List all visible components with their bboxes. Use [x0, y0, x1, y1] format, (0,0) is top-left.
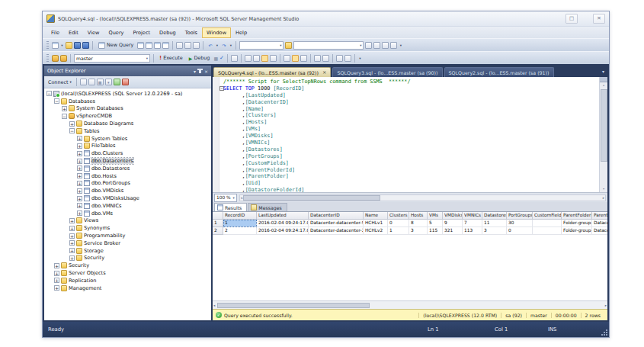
find-folder-icon[interactable]	[285, 42, 292, 49]
grid-cell[interactable]: 2016-02-04 09:24:17.000	[257, 227, 309, 235]
standard-toolbar-combo-1[interactable]: ▾	[239, 41, 284, 50]
tree-item[interactable]: +Service Broker	[44, 239, 211, 247]
tree-item[interactable]: +Management	[44, 284, 211, 292]
actual-plan-icon[interactable]	[261, 55, 268, 62]
tab-results[interactable]: Results	[214, 203, 247, 211]
maximize-button[interactable]: □	[566, 14, 578, 24]
change-connection-icon[interactable]	[60, 55, 67, 62]
expand-icon[interactable]: +	[69, 233, 75, 239]
scrollbar-thumb[interactable]	[601, 89, 607, 162]
properties-window-icon[interactable]	[390, 42, 397, 49]
scrollbar-thumb[interactable]	[217, 303, 370, 308]
chevron-down-icon[interactable]: ▾	[357, 43, 361, 47]
grid-cell[interactable]: 321	[443, 227, 463, 235]
grid-cell[interactable]: 3	[482, 227, 507, 235]
tree-item[interactable]: +System Tables	[44, 135, 211, 143]
scroll-left-icon[interactable]: ◂	[213, 304, 216, 307]
expand-icon[interactable]: +	[69, 255, 75, 261]
tree-item[interactable]: +dbo.VMs	[44, 210, 211, 217]
menu-tools[interactable]: Tools	[181, 27, 202, 38]
refresh-icon[interactable]	[114, 79, 120, 85]
dropdown-caret-icon[interactable]	[229, 42, 232, 49]
expand-icon[interactable]: +	[77, 159, 82, 164]
expand-icon[interactable]: +	[77, 165, 82, 171]
collapse-icon[interactable]: −	[62, 114, 67, 119]
column-header[interactable]: PortGroups	[507, 212, 533, 220]
expand-icon[interactable]: +	[77, 196, 82, 201]
document-tab[interactable]: SQLQuery2.sql - (lo...ESS.master (sa (91…	[444, 67, 554, 77]
redo-icon[interactable]	[220, 42, 227, 49]
column-header[interactable]: VMNICs	[463, 212, 482, 220]
grid-cell[interactable]: 11	[482, 220, 507, 227]
resize-grip[interactable]	[601, 329, 607, 336]
document-tab[interactable]: SQLQuery3.sql - (lo...ESS.master (sa (90…	[332, 67, 442, 77]
standard-toolbar-combo-2[interactable]: ▾	[293, 41, 364, 50]
grid-horizontal-scrollbar[interactable]: ◂ ▸	[213, 300, 607, 309]
title-bar[interactable]: SQLQuery4.sql - (local)\SQLEXPRESS.maste…	[43, 11, 609, 27]
query-options-icon[interactable]	[231, 55, 238, 62]
grid-cell[interactable]	[533, 220, 562, 227]
column-header[interactable]: Hosts	[409, 212, 428, 220]
estimated-plan-icon[interactable]	[253, 55, 260, 62]
tree-item[interactable]: +dbo.Hosts	[44, 172, 211, 180]
scroll-down-icon[interactable]: ▾	[603, 186, 605, 191]
scroll-right-icon[interactable]: ▸	[604, 304, 607, 307]
indent-increase-icon[interactable]	[344, 55, 351, 62]
save-icon[interactable]	[74, 42, 81, 49]
editor-zoom-combo[interactable]: 100 % ▾	[214, 194, 237, 202]
grid-cell[interactable]: Folder-group-d1	[562, 227, 592, 235]
tree-item[interactable]: +Programmability	[44, 232, 211, 239]
column-header[interactable]: Datastores	[482, 212, 507, 220]
grid-cell[interactable]: 2016-02-04 09:24:17.000	[257, 220, 309, 227]
indent-decrease-icon[interactable]	[336, 55, 343, 62]
grid-cell[interactable]: 2	[223, 227, 257, 235]
debug-button[interactable]: ▶ Debug	[187, 54, 213, 62]
tree-item[interactable]: +Views	[44, 217, 211, 225]
expand-icon[interactable]: +	[77, 151, 82, 156]
tab-list-icon[interactable]: ▾	[602, 69, 604, 74]
results-file-icon[interactable]	[300, 55, 307, 62]
results-text-icon[interactable]	[284, 55, 290, 62]
tree-item[interactable]: +Security	[44, 262, 211, 269]
column-header[interactable]: ParentFolder	[592, 212, 607, 220]
editor-horizontal-scrollbar[interactable]: ◂ ▸	[239, 194, 606, 201]
tree-item[interactable]: −Databases	[44, 98, 211, 105]
new-window-icon[interactable]	[52, 42, 59, 49]
results-grid-icon[interactable]	[292, 55, 299, 62]
expand-icon[interactable]: +	[77, 203, 82, 208]
grid-cell[interactable]: 1	[388, 227, 409, 235]
close-button[interactable]: ✕	[593, 14, 605, 24]
toolbar-grip[interactable]	[46, 41, 49, 50]
grid-cell[interactable]: 5	[428, 220, 443, 227]
dropdown-caret-icon[interactable]	[215, 42, 219, 49]
available-databases-combo[interactable]: master ▾	[74, 54, 150, 63]
filter-icon[interactable]	[105, 79, 112, 85]
column-header[interactable]: RecordID	[223, 212, 257, 220]
grid-cell[interactable]: 30	[507, 220, 533, 227]
tree-item[interactable]: +Storage	[44, 247, 211, 255]
menu-edit[interactable]: Edit	[64, 27, 83, 38]
column-header[interactable]: Name	[364, 212, 388, 220]
registered-servers-icon[interactable]	[382, 42, 389, 49]
menu-project[interactable]: Project	[129, 27, 155, 38]
grid-cell[interactable]: Datacenters	[592, 227, 607, 235]
connect-server-icon[interactable]	[80, 79, 87, 85]
tree-item[interactable]: +dbo.VMDisksUsage	[44, 194, 211, 202]
tree-item[interactable]: +dbo.Datastores	[44, 165, 211, 172]
expand-icon[interactable]: +	[69, 218, 75, 223]
grid-cell[interactable]: 0	[507, 227, 533, 235]
toolbar-grip[interactable]	[46, 54, 49, 63]
tree-item[interactable]: +Database Diagrams	[44, 120, 211, 127]
stop-icon[interactable]	[97, 79, 104, 85]
menu-window[interactable]: Window	[202, 27, 231, 38]
object-search-icon[interactable]	[373, 42, 380, 49]
document-tab[interactable]: SQLQuery4.sql - (lo...ESS.master (sa (92…	[213, 67, 331, 77]
mdx-query-icon[interactable]	[146, 42, 152, 49]
editor-vertical-scrollbar[interactable]: ▴ ▾	[599, 77, 607, 192]
connect-database-icon[interactable]	[52, 55, 59, 62]
uncomment-lines-icon[interactable]	[322, 55, 329, 62]
column-header[interactable]: VMs	[428, 212, 443, 220]
dropdown-caret-icon[interactable]	[399, 42, 402, 49]
sql-editor[interactable]: − /****** Script for SelectTopNRows comm…	[213, 77, 607, 192]
scroll-right-icon[interactable]: ▸	[602, 196, 605, 200]
